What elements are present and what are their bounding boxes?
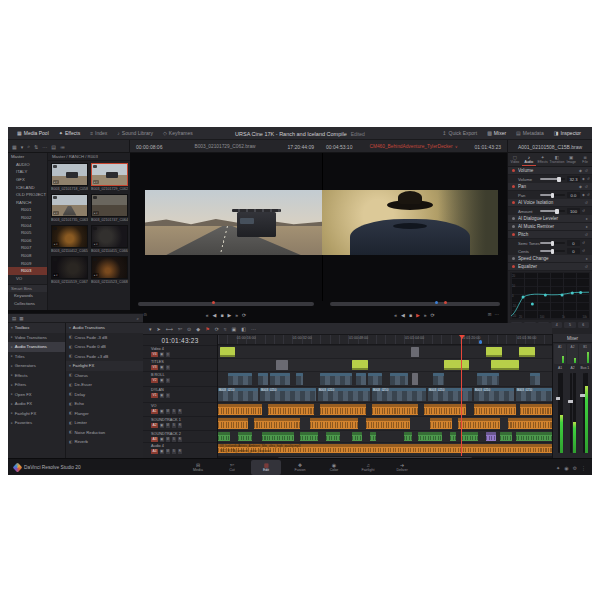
track-header-v4[interactable]: Video 4V4▣◎ — [143, 345, 217, 358]
eq-band-control-point[interactable] — [522, 295, 525, 298]
timeline-clip-orange[interactable] — [366, 418, 410, 429]
breadcrumb[interactable]: Master / RANCH / R003 — [48, 153, 130, 161]
page-button-cut[interactable]: ✄Cut — [217, 460, 247, 475]
timeline-clip-green[interactable] — [262, 432, 294, 441]
mixer-strip-a1[interactable]: A1 — [555, 366, 565, 456]
timeline-clip-orange[interactable] — [254, 418, 300, 429]
timeline-clip-gray[interactable] — [411, 347, 419, 357]
voice-isolation-enable-dot[interactable] — [512, 201, 515, 204]
prev-clip-button[interactable]: « — [394, 312, 397, 318]
track-header-a3[interactable]: SOUNDTRACK 2A3▣MSR — [143, 430, 217, 442]
media-clip[interactable]: ▪♪B003_02110412_C065.braw — [51, 225, 88, 253]
timeline-clip-green[interactable] — [404, 432, 412, 441]
media-toolbar-icon-3[interactable]: ⇅ — [34, 144, 38, 150]
effects-category-generators[interactable]: ▸Generators — [8, 361, 65, 371]
effects-item-limiter[interactable]: ◧Limiter — [66, 418, 143, 428]
media-clip[interactable]: ▪♪B003_02101718_C058.braw — [51, 163, 88, 191]
speed-change-enable-dot[interactable] — [512, 257, 515, 260]
timeline-clip-green[interactable] — [238, 432, 252, 441]
timeline-lane-a4[interactable]: 03_IcelandicArtists_Ambient_Mix_ultra_hi… — [218, 442, 552, 454]
tool-icon-4[interactable]: ⊙ — [187, 326, 191, 332]
timeline-lane-v2[interactable] — [218, 371, 552, 386]
gang-icon[interactable]: ⊙ — [143, 312, 147, 317]
tool-icon-5[interactable]: ◆ — [196, 326, 200, 332]
media-toolbar-icon-2[interactable]: ⌕ — [27, 143, 30, 150]
amount-slider-handle[interactable] — [555, 209, 559, 214]
section-volume[interactable]: Volume ◆ ↺ — [508, 167, 592, 175]
effects-item-flanger[interactable]: ◧Flanger — [66, 409, 143, 419]
lock-icon[interactable]: ▣ — [160, 365, 165, 370]
section-pitch[interactable]: Pitch ↺ — [508, 231, 592, 239]
lock-icon[interactable]: ▣ — [160, 449, 165, 454]
topbar-button-index[interactable]: ≡Index — [85, 127, 112, 139]
bin-item-old-project[interactable]: OLD PROJECT — [8, 191, 47, 199]
tool-icon-10[interactable]: ◧ — [241, 326, 246, 332]
effects-item-reverb[interactable]: ◧Reverb — [66, 437, 143, 447]
timeline-clip-orange[interactable] — [268, 404, 314, 415]
timeline-clip-blue[interactable]: B003_0210 — [428, 388, 472, 401]
effects-item-delay[interactable]: ◧Delay — [66, 390, 143, 400]
tool-icon-8[interactable]: ≈ — [224, 326, 227, 332]
timeline-clip-green[interactable] — [218, 432, 230, 441]
bin-item-r009[interactable]: R009 — [8, 259, 47, 267]
effects-category-audio-transitions[interactable]: ▸Audio Transitions — [8, 342, 65, 352]
timeline-clip-orange[interactable] — [372, 404, 418, 415]
timeline-clip-lime[interactable] — [519, 347, 535, 357]
timeline-lane-a2[interactable] — [218, 416, 552, 430]
tool-icon-0[interactable]: ▾ — [149, 326, 152, 332]
tool-icon-7[interactable]: ⟳ — [215, 326, 219, 332]
cents-slider-handle[interactable] — [551, 249, 555, 254]
effects-category-favorites[interactable]: ▸Favorites — [8, 418, 65, 428]
mixer-strip-bus-1[interactable]: Bus 1 — [580, 366, 590, 456]
bin-item-audio[interactable]: AUDIO — [8, 161, 47, 169]
track-header-v3[interactable]: TITLESV3▣◎ — [143, 358, 217, 371]
tab-effects[interactable]: ✦Effects — [536, 153, 550, 166]
timeline-clip-orange[interactable]: 03_IcelandicArtists_Ambient_Mix_ultra_hi… — [218, 444, 552, 453]
amount-reset-icon[interactable]: ↺ — [582, 209, 585, 213]
keyframe-icon[interactable]: ◆ — [579, 168, 582, 173]
smart-bin-keywords[interactable]: Keywords — [8, 292, 47, 300]
timeline-clip-orange[interactable] — [310, 418, 358, 429]
timeline-clip-orange[interactable] — [474, 404, 516, 415]
pan-keyframe-icon[interactable]: ◆ — [582, 193, 585, 197]
effects-item-echo[interactable]: ◧Echo — [66, 399, 143, 409]
bin-item-vo[interactable]: VO — [8, 275, 47, 283]
loop-button[interactable]: ⟳ — [431, 312, 435, 318]
chevron-right-icon[interactable]: ▸ — [586, 256, 588, 261]
timeline-lane-a1[interactable] — [218, 402, 552, 416]
volume-slider-track[interactable] — [540, 178, 565, 180]
bin-item-r007[interactable]: R007 — [8, 244, 47, 252]
topbar-button-inspector[interactable]: ◨Inspector — [549, 127, 586, 139]
eq-band-button-4[interactable]: 4 — [551, 322, 562, 328]
cents-value[interactable]: 0 — [567, 248, 580, 254]
timeline-clip-blue[interactable]: B003_0210 — [372, 388, 426, 401]
bin-item-r006[interactable]: R006 — [8, 237, 47, 245]
timeline-clip-green[interactable] — [462, 432, 478, 441]
track-header-a1[interactable]: VOA1▣MSR — [143, 402, 217, 416]
stop-button[interactable]: ■ — [220, 312, 223, 318]
timeline-ruler[interactable]: 01:00:16:0001:00:32:0001:00:48:0001:01:0… — [218, 335, 552, 345]
equalizer-curve[interactable] — [511, 273, 589, 319]
semitones-slider-track[interactable] — [540, 242, 565, 244]
timeline-clip-blue[interactable] — [530, 373, 540, 385]
pan-reset-icon[interactable]: ↺ — [587, 193, 590, 197]
timeline-viewer-video[interactable] — [322, 190, 498, 255]
pan-value[interactable]: 0.0 — [567, 192, 580, 198]
pan-slider-track[interactable] — [540, 194, 565, 196]
timeline-clip-orange[interactable] — [320, 404, 366, 415]
page-button-deliver[interactable]: ➔Deliver — [387, 460, 417, 475]
smart-bins-header[interactable]: Smart Bins — [8, 284, 47, 292]
play-reverse-button[interactable]: ◀ — [213, 312, 217, 318]
play-reverse-button[interactable]: ◀ — [401, 312, 405, 318]
bin-item-italy[interactable]: ITALY — [8, 168, 47, 176]
mute-icon[interactable]: M — [166, 449, 171, 454]
semitones-reset-icon[interactable]: ↺ — [582, 241, 585, 245]
timeline-clip-green[interactable] — [300, 432, 318, 441]
mixer-mini-strip-a2[interactable]: A2 — [567, 344, 579, 364]
tool-icon-11[interactable]: ⋯ — [251, 326, 256, 332]
smart-bin-collections[interactable]: Collections — [8, 300, 47, 308]
media-toolbar-icon-4[interactable]: ⋯ — [42, 144, 47, 150]
mute-icon[interactable]: M — [166, 409, 171, 414]
search-icon[interactable]: ⌕ — [136, 316, 139, 321]
chevron-right-icon[interactable]: ▸ — [586, 216, 588, 221]
